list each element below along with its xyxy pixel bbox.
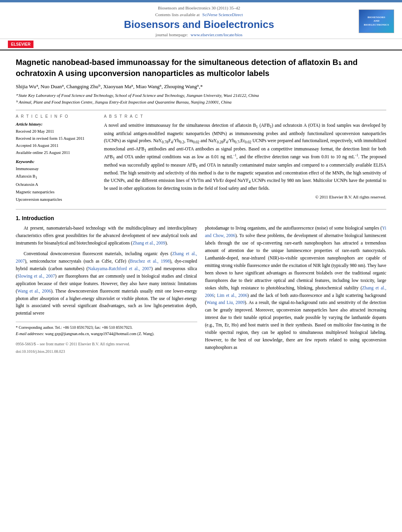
divider-1 [16,110,386,110]
journal-volume-info: Biosensors and Bioelectronics 30 (2011) … [39,6,359,10]
article-info-col: A R T I C L E I N F O Article history: R… [16,114,94,204]
footer-bottom: 0956-5663/$ – see front matter © 2011 El… [16,341,197,348]
affiliation-b: ᵇ Animal, Plant and Food Inspection Cent… [16,99,386,106]
email-note: E-mail addresses: wang gzp@jiangnan.edu.… [16,331,197,337]
authors-line: Shijia Wuᵃ, Nuo Duanᵃ, Changqing Zhuᵇ, X… [16,83,386,90]
body-columns: At present, nanomaterials-based technolo… [16,224,386,355]
keyword-2: Aflatoxin B1 [16,173,94,181]
section-divider [16,209,386,209]
intro-heading: 1. Introduction [16,215,386,221]
main-content: Magnetic nanobead-based immunoassay for … [0,50,402,361]
abstract-text: A novel and sensitive immunoassay for th… [104,122,386,192]
journal-homepage: journal homepage: www.elsevier.com/locat… [39,32,359,37]
intro-para-2: Conventional downconversion fluorescent … [16,250,197,317]
keyword-4: Magnetic nanoparticles [16,189,94,196]
abstract-col: A B S T R A C T A novel and sensitive im… [104,114,386,204]
contents-label: Contents lists available at [155,12,200,17]
keywords-list: Immunoassay Aflatoxin B1 Ochratoxin A Ma… [16,165,94,203]
issn-line: 0956-5663/$ – see front matter © 2011 El… [16,341,130,348]
affiliations: ᵃ State Key Laboratory of Food Science a… [16,92,386,105]
received-date: Received 20 May 2011 [16,128,94,135]
journal-title-main: Biosensors and Bioelectronics [39,19,359,31]
article-title: Magnetic nanobead-based immunoassay for … [16,57,386,79]
body-right-col: photodamage to living organisms, and the… [205,224,387,355]
footnote-area: * Corresponding author. Tel.: +86 510 85… [16,322,197,337]
intro-para-3: photodamage to living organisms, and the… [205,224,387,351]
abstract-header: A B S T R A C T [104,114,386,119]
star-note: * Corresponding author. Tel.: +86 510 85… [16,324,197,331]
article-history-dates: Received 20 May 2011 Received in revised… [16,128,94,156]
sciverse-link[interactable]: SciVerse ScienceDirect [202,12,243,17]
available-date: Available online 25 August 2011 [16,149,94,156]
doi-line: doi:10.1016/j.bios.2011.08.023 [16,348,197,355]
keyword-1: Immunoassay [16,165,94,173]
elsevier-logo: ELSEVIER [8,41,33,48]
journal-logo-box: BIOSENSORS AND BIOELECTRONICS [359,9,394,33]
keyword-5: Upconversion nanoparticles [16,196,94,204]
accepted-date: Accepted 16 August 2011 [16,142,94,149]
homepage-url[interactable]: www.elsevier.com/locate/bios [191,32,243,37]
revised-date: Received in revised form 15 August 2011 [16,135,94,142]
keywords-label: Keywords: [16,159,94,164]
article-history-label: Article history: [16,122,94,126]
contents-line: Contents lists available at SciVerse Sci… [39,12,359,17]
article-info-abstract: A R T I C L E I N F O Article history: R… [16,114,386,204]
journal-header: Biosensors and Bioelectronics 30 (2011) … [0,2,402,39]
keyword-3: Ochratoxin A [16,181,94,189]
copyright-line: © 2011 Elsevier B.V. All rights reserved… [104,195,386,199]
article-info-header: A R T I C L E I N F O [16,114,94,119]
intro-para-1: At present, nanomaterials-based technolo… [16,224,197,247]
body-left-col: At present, nanomaterials-based technolo… [16,224,197,355]
elsevier-logo-bar: ELSEVIER [0,39,402,50]
affiliation-a: ᵃ State Key Laboratory of Food Science a… [16,92,386,99]
